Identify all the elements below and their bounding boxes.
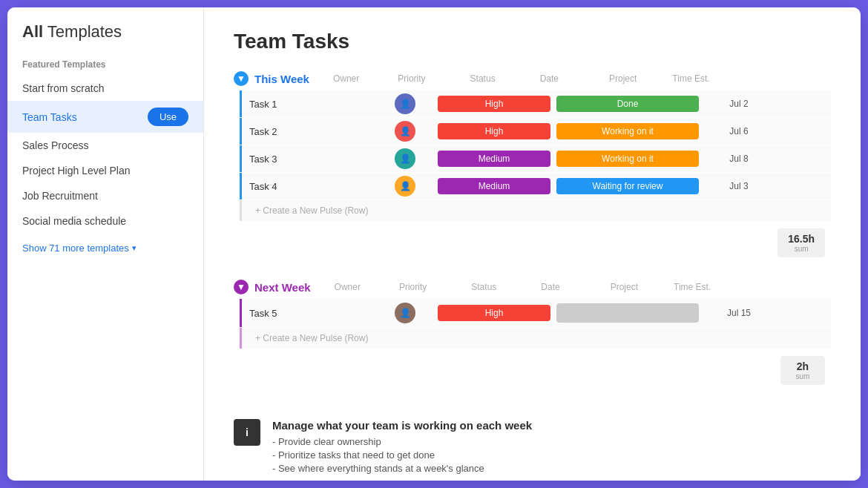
priority-badge-medium: Medium bbox=[438, 151, 550, 167]
group-next-week: ▼ Next Week Owner Priority Status Date P… bbox=[234, 280, 831, 386]
owner-cell: 👤 bbox=[375, 148, 435, 169]
title-rest: Templates bbox=[43, 22, 122, 41]
table-row: Task 5 👤 High Jul 15 2h bbox=[240, 299, 831, 327]
task-name: Task 2 bbox=[242, 126, 375, 137]
list-item: See where everything stands at a week's … bbox=[272, 463, 532, 474]
main-content: Team Tasks ▼ This Week Owner Priority St… bbox=[204, 7, 861, 481]
status-cell bbox=[553, 302, 702, 324]
col-date-header2: Date bbox=[541, 282, 559, 292]
sidebar-item-project-high-level-plan[interactable]: Project High Level Plan bbox=[7, 158, 203, 183]
info-icon: i bbox=[234, 419, 260, 446]
col-date-header: Date bbox=[540, 73, 559, 84]
table-row: Task 1 👤 High Done Jul 2 2h bbox=[240, 90, 831, 117]
info-content: Manage what your team is working on each… bbox=[272, 419, 532, 476]
status-badge-done: Done bbox=[556, 96, 699, 112]
group-icon-this-week: ▼ bbox=[234, 71, 249, 86]
col-timeest-header: Time Est. bbox=[672, 73, 709, 84]
col-timeest-header2: Time Est. bbox=[674, 282, 711, 292]
group-this-week: ▼ This Week Owner Priority Status Date P… bbox=[234, 71, 831, 259]
date-cell: Jul 6 bbox=[702, 126, 776, 136]
sum-row-this-week: 16.5h sum bbox=[234, 224, 831, 259]
task-name: Task 4 bbox=[242, 181, 375, 192]
avatar: 👤 bbox=[395, 93, 415, 114]
owner-cell: 👤 bbox=[375, 121, 435, 142]
sidebar-item-label: Social media schedule bbox=[22, 215, 126, 227]
create-row-label: + Create a New Pulse (Row) bbox=[255, 333, 368, 343]
chevron-down-icon: ▾ bbox=[132, 243, 137, 253]
sidebar-title: All Templates bbox=[7, 22, 203, 53]
owner-cell: 👤 bbox=[375, 303, 435, 323]
task-name: Task 3 bbox=[242, 154, 375, 165]
avatar: 👤 bbox=[395, 176, 415, 197]
avatar: 👤 bbox=[395, 121, 415, 142]
sum-box-next-week: 2h sum bbox=[780, 356, 825, 385]
info-title: Manage what your team is working on each… bbox=[272, 419, 532, 432]
avatar: 👤 bbox=[395, 303, 415, 323]
group-icon-next-week: ▼ bbox=[234, 280, 249, 294]
priority-badge-high: High bbox=[438, 123, 550, 139]
sidebar-item-label: Project High Level Plan bbox=[22, 165, 131, 177]
date-cell: Jul 3 bbox=[702, 181, 776, 191]
col-priority-header2: Priority bbox=[399, 282, 427, 292]
sidebar-item-sales-process[interactable]: Sales Process bbox=[7, 133, 203, 158]
featured-templates-label: Featured Templates bbox=[7, 53, 203, 76]
info-icon-label: i bbox=[246, 426, 249, 438]
create-row-next-week[interactable]: + Create a New Pulse (Row) bbox=[240, 328, 831, 349]
status-cell: Waiting for review bbox=[553, 177, 702, 196]
sidebar: All Templates Featured Templates Start f… bbox=[7, 7, 204, 481]
avatar: 👤 bbox=[395, 148, 415, 169]
col-status-header: Status bbox=[470, 73, 496, 84]
table-row: Task 2 👤 High Working on it Jul 6 5h bbox=[240, 118, 831, 145]
info-list: Provide clear ownership Prioritize tasks… bbox=[272, 436, 532, 474]
sidebar-item-start-from-scratch[interactable]: Start from scratch bbox=[7, 76, 203, 101]
page-title: Team Tasks bbox=[234, 30, 831, 53]
priority-badge-high: High bbox=[438, 96, 550, 112]
col-owner-header2: Owner bbox=[335, 282, 361, 292]
sum-value: 16.5h bbox=[788, 233, 815, 245]
sum-label: sum bbox=[791, 372, 815, 380]
show-more-label: Show 71 more templates bbox=[22, 243, 129, 254]
sidebar-item-team-tasks[interactable]: Team Tasks Use bbox=[7, 101, 203, 133]
create-row-this-week[interactable]: + Create a New Pulse (Row) bbox=[240, 200, 831, 221]
date-cell: Jul 15 bbox=[702, 308, 776, 318]
task-name: Task 5 bbox=[242, 308, 375, 319]
status-cell: Working on it bbox=[553, 149, 702, 168]
priority-cell: High bbox=[435, 94, 553, 113]
priority-cell: High bbox=[435, 122, 553, 141]
group-title-next-week: Next Week bbox=[254, 281, 311, 294]
create-row-label: + Create a New Pulse (Row) bbox=[255, 205, 368, 216]
show-more-button[interactable]: Show 71 more templates ▾ bbox=[7, 234, 203, 263]
use-button[interactable]: Use bbox=[148, 108, 188, 126]
list-item: Provide clear ownership bbox=[272, 436, 532, 447]
sidebar-item-label: Start from scratch bbox=[22, 82, 104, 94]
col-owner-header: Owner bbox=[333, 73, 359, 84]
group-header-this-week: ▼ This Week Owner Priority Status Date P… bbox=[234, 71, 831, 86]
priority-badge-high: High bbox=[438, 305, 550, 321]
app-container: All Templates Featured Templates Start f… bbox=[7, 7, 861, 481]
col-status-header2: Status bbox=[471, 282, 496, 292]
title-bold: All bbox=[22, 22, 43, 41]
priority-cell: High bbox=[435, 303, 553, 323]
table-row: Task 3 👤 Medium Working on it Jul 8 2.5h bbox=[240, 145, 831, 172]
owner-cell: 👤 bbox=[375, 176, 435, 197]
status-cell: Working on it bbox=[553, 122, 702, 141]
sum-label: sum bbox=[788, 245, 815, 253]
sidebar-item-job-recruitment[interactable]: Job Recruitment bbox=[7, 183, 203, 208]
group-header-next-week: ▼ Next Week Owner Priority Status Date P… bbox=[234, 280, 831, 294]
status-badge-waiting: Waiting for review bbox=[556, 178, 699, 194]
col-project-header2: Project bbox=[611, 282, 638, 292]
status-cell: Done bbox=[553, 94, 702, 113]
sidebar-item-label: Sales Process bbox=[22, 139, 88, 151]
priority-cell: Medium bbox=[435, 149, 553, 168]
table-row: Task 4 👤 Medium Waiting for review Jul 3… bbox=[240, 173, 831, 200]
status-badge-empty bbox=[556, 303, 699, 323]
col-priority-header: Priority bbox=[398, 73, 425, 84]
sidebar-item-social-media-schedule[interactable]: Social media schedule bbox=[7, 208, 203, 234]
sum-box-this-week: 16.5h sum bbox=[777, 228, 825, 257]
sum-row-next-week: 2h sum bbox=[234, 352, 831, 386]
status-badge-working: Working on it bbox=[556, 123, 699, 139]
info-section: i Manage what your team is working on ea… bbox=[234, 407, 831, 476]
sidebar-item-label: Job Recruitment bbox=[22, 190, 98, 202]
date-cell: Jul 8 bbox=[702, 154, 776, 164]
sidebar-item-label: Team Tasks bbox=[22, 111, 77, 123]
